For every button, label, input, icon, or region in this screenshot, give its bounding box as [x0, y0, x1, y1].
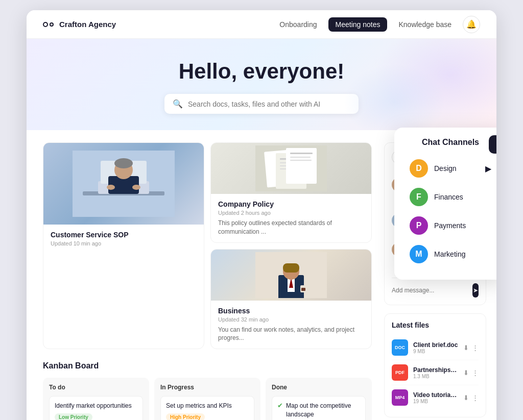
logo-icon-right [50, 22, 54, 27]
channel-name-finances: Finances [434, 193, 463, 201]
kanban-card-title-6: Map out the competitive landscape [286, 402, 360, 419]
channel-name-payments: Payments [434, 221, 466, 230]
chat-send-button[interactable]: ➤ [472, 283, 479, 298]
doc-card-title-business: Business [218, 307, 364, 315]
kanban-card-title-4: Set up metrics and KPIs [166, 402, 249, 410]
download-btn-3[interactable]: ⬇ [463, 394, 469, 402]
doc-card-updated-business: Updated 32 min ago [218, 316, 364, 323]
file-size-2: 1.3 MB [413, 374, 458, 379]
app-container: Crafton Agency Onboarding Meeting notes … [27, 10, 496, 420]
kanban-col-title-done: Done [272, 384, 366, 391]
channel-avatar-payments: P [410, 216, 428, 235]
kanban-col-title-inprogress: In Progress [160, 384, 254, 391]
svg-rect-26 [283, 263, 299, 273]
doc-card-desc-policy: This policy outlines expected standards … [218, 219, 364, 236]
file-name-1: Client brief.doc [413, 341, 458, 349]
doc-card-updated-featured: Updated 10 min ago [51, 240, 197, 246]
svg-point-6 [114, 158, 133, 168]
client-button[interactable]: Client [489, 135, 496, 154]
doc-card-title-featured: Customer Service SOP [51, 231, 197, 239]
chat-input[interactable] [392, 287, 468, 294]
file-size-1: 9 MB [413, 349, 458, 354]
main-nav: Onboarding Meeting notes Knowledge base … [272, 16, 480, 33]
doc-card-image-business [211, 250, 371, 301]
search-bar[interactable]: 🔍 [164, 94, 359, 114]
kanban-col-done: Done ✔ Map out the competitive landscape… [266, 378, 372, 420]
nav-onboarding[interactable]: Onboarding [272, 17, 324, 32]
chat-input-row: ➤ [392, 278, 479, 298]
notification-bell[interactable]: 🔔 [463, 16, 480, 33]
file-item-2: PDF Partnerships. pdf 1.3 MB ⬇ ⋮ [392, 360, 479, 385]
channel-item-payments[interactable]: P Payments [405, 212, 496, 239]
kanban-card-1[interactable]: Identify market opportunities Low Priori… [49, 396, 143, 420]
download-btn-1[interactable]: ⬇ [463, 344, 469, 352]
more-btn-3[interactable]: ⋮ [472, 394, 479, 402]
file-size-3: 19 MB [413, 399, 458, 404]
file-icon-mp4: MP4 [392, 389, 408, 406]
kanban-board: To do Identify market opportunities Low … [43, 378, 372, 420]
channel-item-design[interactable]: D Design ▶ [405, 155, 496, 182]
brand-name: Crafton Agency [59, 20, 116, 29]
doc-card-business[interactable]: Business Updated 32 min ago You can find… [210, 249, 372, 350]
svg-point-8 [132, 185, 140, 190]
done-check-6: ✔ [277, 402, 283, 409]
doc-card-image-laptop [43, 143, 204, 225]
doc-card-info-policy: Company Policy Updated 2 hours ago This … [211, 194, 371, 242]
file-icon-pdf: PDF [392, 364, 408, 381]
left-panel: Customer Service SOP Updated 10 min ago [27, 130, 384, 420]
svg-rect-19 [290, 160, 312, 161]
kanban-col-inprogress: In Progress Set up metrics and KPIs High… [154, 378, 260, 420]
badge-low-1: Low Priority [55, 413, 92, 420]
doc-card-info-business: Business Updated 32 min ago You can find… [211, 301, 371, 349]
search-input[interactable] [188, 100, 350, 108]
logo-icon [43, 20, 55, 29]
file-info-3: Video tutorials.mp4 19 MB [413, 391, 458, 404]
file-name-2: Partnerships. pdf [413, 366, 458, 374]
svg-point-7 [107, 185, 115, 190]
channel-name-marketing: Marketing [434, 250, 465, 258]
chat-channels-popup: Chat Channels D Design ▶ F Finances P Pa… [394, 128, 496, 280]
svg-rect-28 [301, 288, 305, 291]
logo: Crafton Agency [43, 20, 116, 29]
more-btn-1[interactable]: ⋮ [472, 344, 479, 352]
kanban-col-title-todo: To do [49, 384, 143, 391]
channel-name-design: Design [434, 164, 457, 172]
file-item-1: DOC Client brief.doc 9 MB ⬇ ⋮ [392, 335, 479, 360]
kanban-col-todo: To do Identify market opportunities Low … [43, 378, 149, 420]
nav-meeting-notes[interactable]: Meeting notes [328, 17, 388, 32]
badge-high-4: High Priority [166, 413, 205, 420]
kanban-card-4[interactable]: Set up metrics and KPIs High Priority 📅 … [160, 396, 254, 420]
hero-section: Hello, everyone! 🔍 [27, 39, 496, 130]
header: Crafton Agency Onboarding Meeting notes … [27, 10, 496, 39]
file-actions-3: ⬇ ⋮ [463, 394, 479, 402]
channel-avatar-design: D [410, 159, 428, 178]
channel-item-finances[interactable]: F Finances [405, 184, 496, 210]
more-btn-2[interactable]: ⋮ [472, 369, 479, 377]
file-name-3: Video tutorials.mp4 [413, 391, 458, 399]
channel-avatar-marketing: M [410, 245, 428, 263]
kanban-title: Kanban Board [43, 361, 372, 370]
doc-card-image-policy [211, 143, 371, 194]
documents-grid: Customer Service SOP Updated 10 min ago [43, 142, 372, 349]
doc-card-featured[interactable]: Customer Service SOP Updated 10 min ago [43, 142, 204, 349]
kanban-section: Kanban Board To do Identify market oppor… [43, 361, 372, 420]
logo-icon-left [43, 22, 48, 27]
doc-card-info-featured: Customer Service SOP Updated 10 min ago [43, 225, 204, 256]
hero-title: Hello, everyone! [43, 59, 480, 84]
channel-arrow-design: ▶ [485, 164, 491, 174]
search-icon: 🔍 [173, 99, 183, 109]
kanban-card-title-1: Identify market opportunities [55, 402, 137, 410]
files-section: Latest files DOC Client brief.doc 9 MB ⬇… [384, 313, 486, 417]
file-actions-1: ⬇ ⋮ [463, 344, 479, 352]
channel-avatar-finances: F [410, 188, 428, 206]
channel-item-marketing[interactable]: M Marketing [405, 241, 496, 267]
chat-channels-title: Chat Channels [405, 138, 496, 147]
kanban-card-6[interactable]: ✔ Map out the competitive landscape Anal… [272, 396, 366, 420]
svg-rect-18 [290, 157, 311, 158]
doc-card-policy[interactable]: Company Policy Updated 2 hours ago This … [210, 142, 372, 243]
doc-card-title-policy: Company Policy [218, 200, 364, 208]
file-info-1: Client brief.doc 9 MB [413, 341, 458, 354]
svg-rect-17 [290, 153, 313, 154]
nav-knowledge-base[interactable]: Knowledge base [391, 17, 459, 32]
download-btn-2[interactable]: ⬇ [463, 369, 469, 377]
